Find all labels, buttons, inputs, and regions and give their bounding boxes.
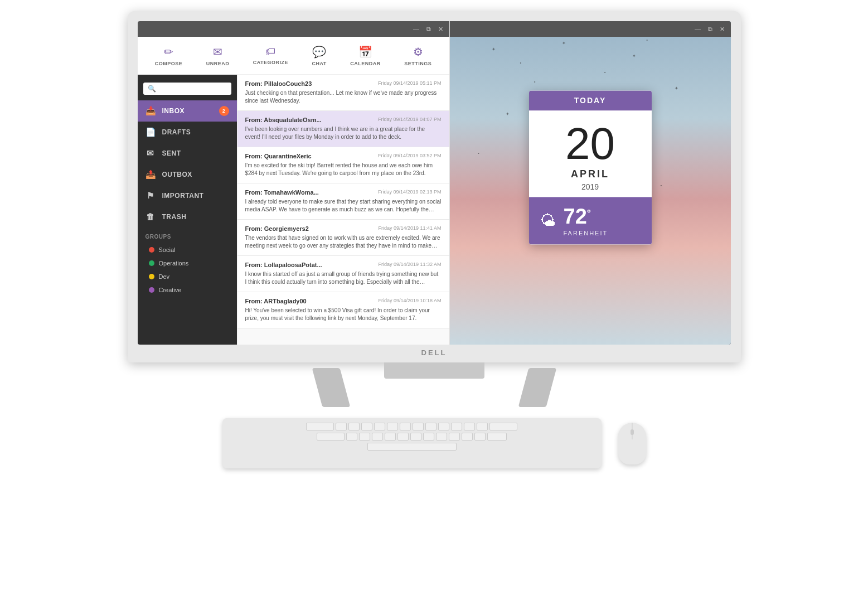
keyboard[interactable] <box>222 418 602 468</box>
sidebar-item-outbox[interactable]: 📤 OUTBOX <box>138 164 237 185</box>
weather-widget: 🌤 72° FARENHEIT <box>529 197 652 244</box>
key-backspace[interactable] <box>489 423 517 430</box>
monitor-stand <box>128 362 741 407</box>
key[interactable] <box>346 433 357 441</box>
calendar-date: 20 APRIL 2019 <box>529 110 652 197</box>
calendar-header: TODAY <box>529 90 652 110</box>
key[interactable] <box>477 423 488 430</box>
key[interactable] <box>451 423 462 430</box>
stand-leg-left <box>312 368 350 407</box>
key[interactable] <box>385 433 396 441</box>
key[interactable] <box>374 423 385 430</box>
calendar-year: 2019 <box>535 182 646 191</box>
monitor-bezel: — ⧉ ✕ ✏ COMPOSE ✉ UNREAD <box>128 11 741 362</box>
email-window: — ⧉ ✕ ✏ COMPOSE ✉ UNREAD <box>138 21 450 345</box>
dev-label: Dev <box>159 273 170 280</box>
key[interactable] <box>436 433 447 441</box>
window-titlebar: — ⧉ ✕ <box>138 21 449 37</box>
email-time-5: Friday 09/14/2019 11:32 AM <box>378 262 441 268</box>
key[interactable] <box>425 423 437 430</box>
sidebar-group-dev[interactable]: Dev <box>138 270 237 283</box>
sidebar-item-important[interactable]: ⚑ IMPORTANT <box>138 185 237 206</box>
email-time-3: Friday 09/14/2019 02:13 PM <box>378 189 442 196</box>
email-item-5[interactable]: From: LollapaloosaPotat... Friday 09/14/… <box>237 256 449 292</box>
dell-logo: DELL <box>421 349 447 357</box>
right-panel: TODAY 20 APRIL 2019 🌤 72° <box>450 21 731 345</box>
sidebar-group-operations[interactable]: Operations <box>138 257 237 270</box>
email-sidebar: 🔍 📥 INBOX 2 📄 DRAFTS <box>138 75 237 345</box>
email-item-6[interactable]: From: ARTbaglady00 Friday 09/14/2019 10:… <box>237 292 449 328</box>
key-enter[interactable] <box>487 433 507 441</box>
toolbar-categorize[interactable]: 🏷 CATEGORIZE <box>248 42 294 69</box>
email-item-3[interactable]: From: TomahawkWoma... Friday 09/14/2019 … <box>237 183 449 220</box>
sidebar-group-social[interactable]: Social <box>138 243 237 257</box>
key[interactable] <box>474 433 486 441</box>
email-preview-2: I'm so excited for the ski trip! Barrett… <box>245 162 442 177</box>
email-item-0[interactable]: From: PillalooCouch23 Friday 09/14/2019 … <box>237 75 449 111</box>
close-button[interactable]: ✕ <box>437 25 445 33</box>
key-tab[interactable] <box>306 423 334 430</box>
key[interactable] <box>462 433 473 441</box>
email-item-2[interactable]: From: QuarantineXeric Friday 09/14/2019 … <box>237 147 449 183</box>
key[interactable] <box>348 423 360 430</box>
sidebar-item-drafts[interactable]: 📄 DRAFTS <box>138 122 237 143</box>
categorize-label: CATEGORIZE <box>253 60 288 65</box>
key[interactable] <box>372 433 383 441</box>
drafts-icon: 📄 <box>146 127 156 137</box>
calendar-label: CALENDAR <box>350 61 381 66</box>
email-preview-3: I already told everyone to make sure tha… <box>245 198 442 214</box>
search-box[interactable]: 🔍 <box>143 83 231 95</box>
unread-icon: ✉ <box>213 45 222 59</box>
toolbar-chat[interactable]: 💬 CHAT <box>306 42 332 70</box>
maximize-button[interactable]: ⧉ <box>425 25 433 33</box>
toolbar-unread[interactable]: ✉ UNREAD <box>201 42 235 70</box>
email-item-4[interactable]: From: Georgiemyers2 Friday 09/14/2019 11… <box>237 220 449 256</box>
social-dot <box>149 247 154 253</box>
toolbar-compose[interactable]: ✏ COMPOSE <box>149 42 188 70</box>
key[interactable] <box>438 423 449 430</box>
chat-label: CHAT <box>312 61 326 66</box>
weather-label: FARENHEIT <box>564 230 608 236</box>
minimize-button[interactable]: — <box>413 25 420 33</box>
key[interactable] <box>397 433 409 441</box>
key[interactable] <box>400 423 411 430</box>
key[interactable] <box>410 433 421 441</box>
operations-dot <box>149 260 154 266</box>
email-preview-1: I've been looking over numbers and I thi… <box>245 125 442 141</box>
weather-info: 72° FARENHEIT <box>564 205 608 236</box>
settings-label: SETTINGS <box>404 61 431 66</box>
key[interactable] <box>423 433 434 441</box>
toolbar-settings[interactable]: ⚙ SETTINGS <box>399 42 437 70</box>
key[interactable] <box>336 423 347 430</box>
sidebar-group-creative[interactable]: Creative <box>138 283 237 297</box>
key[interactable] <box>361 423 372 430</box>
inbox-badge: 2 <box>219 106 229 116</box>
sidebar-item-sent[interactable]: ✉ SENT <box>138 143 237 164</box>
key-space[interactable] <box>367 443 457 451</box>
calendar-day: 20 <box>535 122 646 166</box>
email-time-2: Friday 09/14/2019 03:52 PM <box>378 153 442 159</box>
key[interactable] <box>387 423 398 430</box>
key-caps[interactable] <box>317 433 345 441</box>
toolbar-calendar[interactable]: 📅 CALENDAR <box>345 42 386 70</box>
chat-icon: 💬 <box>312 45 326 59</box>
sidebar-item-trash[interactable]: 🗑 TRASH <box>138 206 237 227</box>
trash-label: TRASH <box>162 213 187 221</box>
calendar-month: APRIL <box>535 168 646 180</box>
email-from-0: From: PillalooCouch23 <box>245 80 312 87</box>
key[interactable] <box>449 433 460 441</box>
email-item-1[interactable]: From: AbsquatulateOsm... Friday 09/14/20… <box>237 111 449 147</box>
key[interactable] <box>359 433 370 441</box>
key[interactable] <box>413 423 424 430</box>
weather-temperature: 72° <box>564 205 591 229</box>
creative-label: Creative <box>159 287 182 293</box>
sidebar-item-inbox[interactable]: 📥 INBOX 2 <box>138 100 237 122</box>
email-from-6: From: ARTbaglady00 <box>245 298 307 304</box>
sent-icon: ✉ <box>146 148 156 158</box>
email-from-4: From: Georgiemyers2 <box>245 225 309 232</box>
mouse[interactable] <box>618 423 646 464</box>
operations-label: Operations <box>159 260 189 267</box>
email-toolbar: ✏ COMPOSE ✉ UNREAD 🏷 CATEGORIZE 💬 <box>138 37 449 75</box>
key[interactable] <box>464 423 475 430</box>
email-preview-6: Hi! You've been selected to win a $500 V… <box>245 307 442 322</box>
